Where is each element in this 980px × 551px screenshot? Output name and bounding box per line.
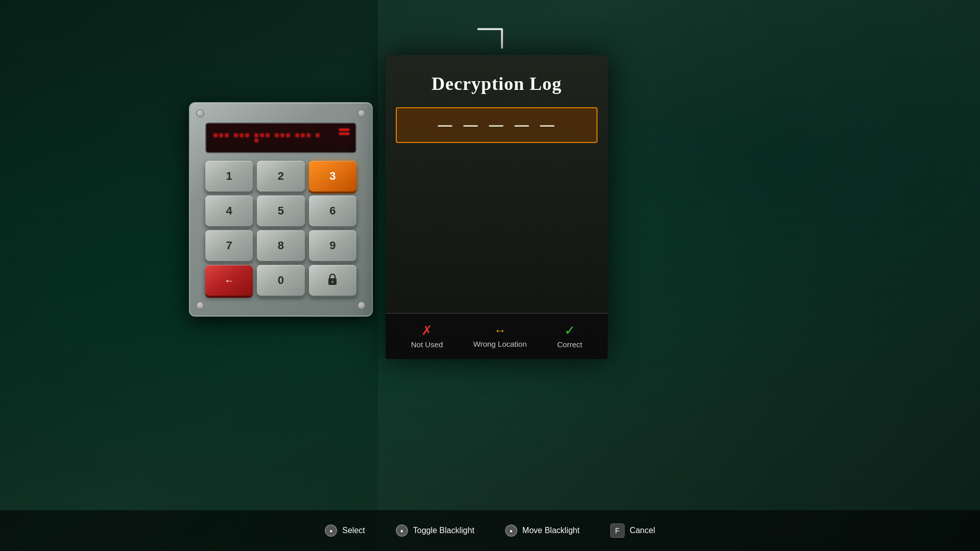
key-lock-button[interactable] bbox=[309, 265, 356, 296]
log-entries-area bbox=[386, 143, 608, 306]
wrong-location-label: Wrong Location bbox=[473, 340, 527, 348]
bottom-action-bar: ● Select ● Toggle Blacklight ● Move Blac… bbox=[0, 510, 980, 551]
display-digit-2 bbox=[234, 134, 249, 142]
action-toggle-blacklight: ● Toggle Blacklight bbox=[396, 524, 474, 537]
display-dots bbox=[214, 134, 330, 142]
key-7-button[interactable]: 7 bbox=[205, 230, 253, 261]
action-move-blacklight: ● Move Blacklight bbox=[505, 524, 580, 537]
decryption-log-panel: Decryption Log — — — — — ✗ Not Used ↔ Wr… bbox=[386, 55, 608, 359]
correct-label: Correct bbox=[557, 340, 582, 349]
select-label: Select bbox=[342, 526, 365, 535]
correct-icon: ✓ bbox=[564, 324, 576, 337]
display-digit-5 bbox=[296, 134, 310, 142]
svg-point-1 bbox=[331, 281, 333, 283]
key-8-label: 8 bbox=[278, 239, 284, 252]
not-used-label: Not Used bbox=[411, 340, 443, 349]
toggle-blacklight-icon: ● bbox=[396, 524, 408, 537]
move-blacklight-icon: ● bbox=[505, 524, 517, 537]
cancel-key-label: F bbox=[615, 526, 620, 535]
key-5-button[interactable]: 5 bbox=[257, 196, 304, 226]
key-5-label: 5 bbox=[278, 204, 284, 218]
key-1-button[interactable]: 1 bbox=[205, 161, 253, 191]
not-used-icon: ✗ bbox=[421, 324, 433, 337]
screw-bottom-left bbox=[196, 301, 204, 309]
display-digit-6 bbox=[316, 134, 330, 142]
key-0-label: 0 bbox=[278, 274, 284, 287]
display-digit-1 bbox=[214, 134, 228, 142]
key-3-label: 3 bbox=[329, 170, 336, 183]
screw-bottom-right bbox=[357, 301, 366, 309]
log-panel-inner: Decryption Log — — — — — ✗ Not Used ↔ Wr… bbox=[386, 55, 608, 359]
key-1-label: 1 bbox=[226, 170, 232, 183]
code-dash-5: — bbox=[540, 117, 556, 133]
keypad: 1 2 3 4 5 6 7 8 9 ← 0 bbox=[189, 102, 373, 317]
key-4-label: 4 bbox=[226, 204, 232, 218]
display-digit-3 bbox=[255, 134, 269, 142]
move-blacklight-label: Move Blacklight bbox=[522, 526, 580, 535]
legend-correct: ✓ Correct bbox=[557, 324, 582, 349]
corner-bracket-icon bbox=[477, 28, 503, 49]
key-2-label: 2 bbox=[278, 170, 284, 183]
key-7-label: 7 bbox=[226, 239, 232, 252]
code-dash-1: — bbox=[438, 117, 453, 133]
toggle-blacklight-label: Toggle Blacklight bbox=[413, 526, 474, 535]
key-9-label: 9 bbox=[329, 239, 336, 252]
log-title: Decryption Log bbox=[386, 55, 608, 107]
key-4-button[interactable]: 4 bbox=[205, 196, 253, 226]
log-legend: ✗ Not Used ↔ Wrong Location ✓ Correct bbox=[386, 313, 608, 359]
code-display: — — — — — bbox=[396, 107, 597, 143]
key-6-label: 6 bbox=[329, 204, 336, 218]
display-bar-indicator bbox=[339, 128, 349, 148]
code-dash-3: — bbox=[489, 117, 505, 133]
key-8-button[interactable]: 8 bbox=[257, 230, 304, 261]
legend-not-used: ✗ Not Used bbox=[411, 324, 443, 349]
display-digit-4 bbox=[275, 134, 290, 142]
key-6-button[interactable]: 6 bbox=[309, 196, 356, 226]
key-9-button[interactable]: 9 bbox=[309, 230, 356, 261]
code-dash-2: — bbox=[464, 117, 479, 133]
lock-icon bbox=[327, 273, 338, 289]
key-0-button[interactable]: 0 bbox=[257, 265, 304, 296]
select-button-icon: ● bbox=[325, 524, 337, 537]
back-arrow-icon: ← bbox=[224, 275, 234, 286]
screw-top-right bbox=[357, 109, 366, 117]
keypad-display bbox=[205, 123, 356, 153]
action-cancel: F Cancel bbox=[610, 523, 655, 538]
cancel-button-icon: F bbox=[610, 523, 625, 538]
cancel-label: Cancel bbox=[630, 526, 655, 535]
action-select: ● Select bbox=[325, 524, 365, 537]
screw-top-left bbox=[196, 109, 204, 117]
key-3-button[interactable]: 3 bbox=[309, 161, 356, 191]
key-2-button[interactable]: 2 bbox=[257, 161, 304, 191]
code-dash-4: — bbox=[515, 117, 530, 133]
legend-wrong-location: ↔ Wrong Location bbox=[473, 324, 527, 348]
keypad-grid: 1 2 3 4 5 6 7 8 9 ← 0 bbox=[200, 161, 362, 296]
key-back-button[interactable]: ← bbox=[205, 265, 253, 296]
wrong-location-icon: ↔ bbox=[494, 324, 506, 337]
